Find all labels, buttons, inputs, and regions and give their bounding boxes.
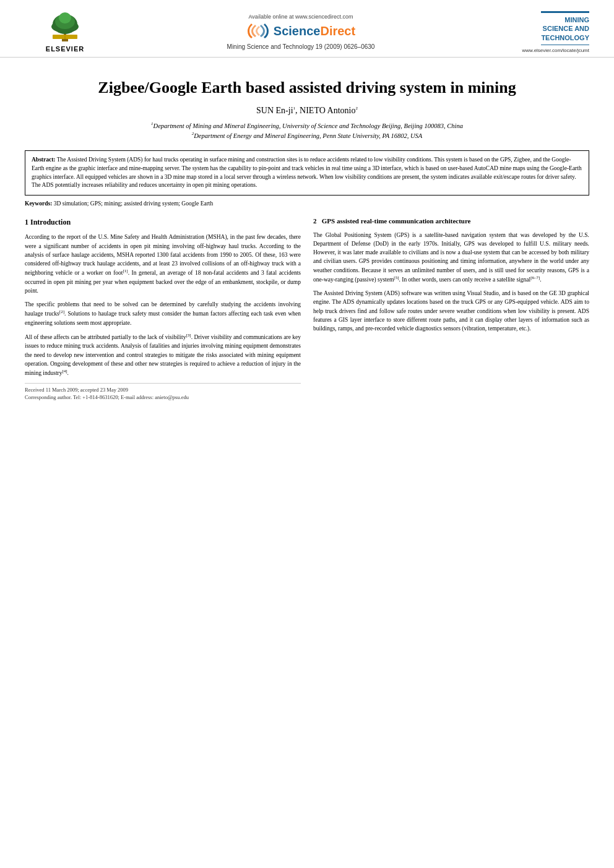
journal-title-line3: TECHNOLOGY	[541, 33, 589, 42]
header: ELSEVIER Available online at www.science…	[0, 0, 614, 58]
keywords-label: Keywords:	[25, 200, 52, 207]
sciencedirect-area: Available online at www.sciencedirect.co…	[105, 14, 496, 50]
journal-title-box: MINING SCIENCE AND TECHNOLOGY	[541, 11, 589, 45]
section1-heading: 1 Introduction	[25, 217, 301, 228]
abstract-box: Abstract: The Assisted Driving System (A…	[25, 150, 589, 196]
sciencedirect-logo: ScienceDirect	[246, 22, 355, 40]
corresponding-text: Corresponding author. Tel: +1-814-863162…	[25, 393, 301, 402]
journal-name-text: Mining Science and Technology 19 (2009) …	[227, 43, 375, 50]
svg-point-5	[59, 12, 71, 24]
section1-para3: All of these affects can be attributed p…	[25, 332, 301, 378]
journal-title-line2: SCIENCE AND	[541, 24, 589, 33]
received-text: Received 11 March 2009; accepted 23 May …	[25, 386, 301, 394]
sciencedirect-text: ScienceDirect	[274, 24, 355, 38]
journal-title-area: MINING SCIENCE AND TECHNOLOGY www.elsevi…	[496, 11, 589, 53]
article-title: Zigbee/Google Earth based assisted drivi…	[25, 77, 589, 98]
keywords-text: 3D simulation; GPS; mining; assisted dri…	[54, 200, 214, 207]
affiliations: 1Department of Mining and Mineral Engine…	[25, 121, 589, 141]
elsevier-logo-area: ELSEVIER	[25, 12, 105, 53]
journal-title-line1: MINING	[541, 15, 589, 24]
section1-para2: The specific problems that need to be so…	[25, 300, 301, 327]
elsevier-tree-icon	[37, 12, 93, 44]
available-online-text: Available online at www.sciencedirect.co…	[249, 14, 353, 20]
section2-para2: The Assisted Driving System (ADS) softwa…	[313, 289, 589, 333]
affiliation-1: 1Department of Mining and Mineral Engine…	[25, 121, 589, 131]
col-left: 1 Introduction According to the report o…	[25, 217, 301, 402]
section2-heading: 2 GPS assisted real-time communication a…	[313, 217, 589, 225]
authors: SUN En-ji1, NIETO Antonio2	[25, 106, 589, 116]
abstract-text: The Assisted Driving System (ADS) for ha…	[32, 157, 582, 188]
journal-url: www.elsevier.com/locate/jcumt	[522, 48, 589, 53]
page: ELSEVIER Available online at www.science…	[0, 0, 614, 868]
elsevier-label: ELSEVIER	[46, 45, 84, 53]
section2-para1: The Global Positioning System (GPS) is a…	[313, 231, 589, 285]
col-right: 2 GPS assisted real-time communication a…	[313, 217, 589, 402]
section1-para1: According to the report of the U.S. Mine…	[25, 233, 301, 295]
two-col-layout: 1 Introduction According to the report o…	[25, 217, 589, 402]
footer-area: Received 11 March 2009; accepted 23 May …	[25, 383, 301, 402]
sd-logo-icon	[246, 22, 270, 40]
keywords-line: Keywords: 3D simulation; GPS; mining; as…	[25, 200, 589, 207]
affiliation-2: 2Department of Energy and Mineral Engine…	[25, 131, 589, 140]
main-content: Zigbee/Google Earth based assisted drivi…	[0, 58, 614, 414]
abstract-label: Abstract:	[32, 157, 56, 163]
